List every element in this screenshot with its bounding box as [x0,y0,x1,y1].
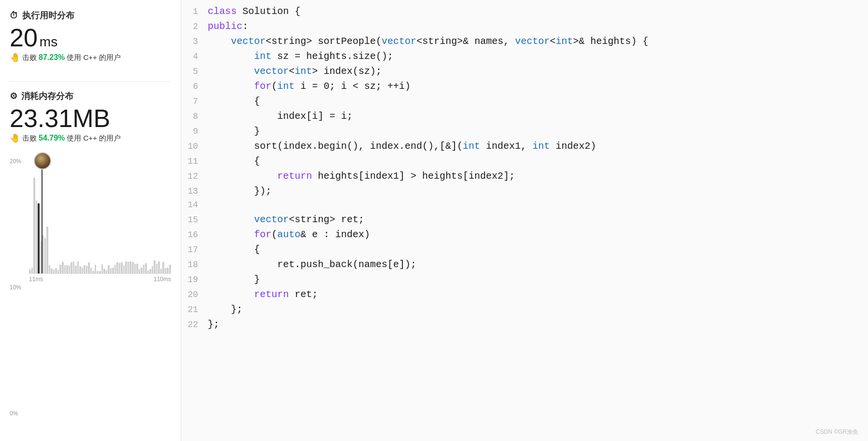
line-content-15: vector<string> ret; [208,212,868,227]
mem-section-title: ⚙ 消耗内存分布 [10,90,171,102]
bar-52 [143,265,145,273]
code-line-18: 18 ret.push_back(names[e]); [181,257,868,272]
code-line-8: 8 index[i] = i; [181,109,868,124]
bar-63 [167,268,169,273]
bars-container [29,158,171,273]
bar-40 [116,262,118,273]
bar-32 [99,271,101,273]
bar-20 [73,261,75,273]
bar-27 [88,262,90,273]
left-panel: ⏱ 执行用时分布 20ms 🤚 击败 87.23% 使用 C++ 的用户 ⚙ 消… [0,0,181,441]
line-number-5: 5 [181,65,208,79]
time-section-title: ⏱ 执行用时分布 [10,10,171,21]
bar-18 [69,266,71,273]
code-line-7: 7 { [181,94,868,109]
bar-56 [152,266,154,273]
bar-45 [128,262,129,273]
line-number-22: 22 [181,318,208,332]
line-number-18: 18 [181,258,208,272]
code-line-6: 6 for(int i = 0; i < sz; ++i) [181,79,868,94]
bar-29 [92,271,94,273]
bar-61 [162,262,164,273]
code-line-15: 15 vector<string> ret; [181,212,868,227]
y-label-10: 10% [10,284,21,291]
bar-42 [121,262,123,273]
bar-2 [33,178,35,273]
bar-8 [46,227,48,273]
line-content-9: } [208,124,868,139]
y-axis-labels: 20% 10% 0% [10,158,21,417]
bar-11 [53,270,55,273]
line-number-2: 2 [181,20,208,34]
bar-64 [169,265,171,273]
mem-value: 23.31MB [10,106,171,131]
bar-1 [31,268,33,273]
line-number-6: 6 [181,80,208,94]
bar-31 [97,271,99,274]
code-line-16: 16 for(auto& e : index) [181,227,868,242]
bar-41 [119,263,121,273]
code-line-14: 14 [181,199,868,212]
code-line-1: 1class Solution { [181,4,868,19]
bar-43 [123,266,125,273]
code-line-11: 11 { [181,154,868,169]
line-content-7: { [208,94,868,109]
code-line-13: 13 }); [181,184,868,199]
line-number-13: 13 [181,185,208,199]
y-label-20: 20% [10,158,21,165]
x-label-110ms: 110ms [154,276,171,283]
line-content-8: index[i] = i; [208,109,868,124]
line-number-3: 3 [181,35,208,49]
code-line-19: 19 } [181,272,868,287]
code-line-10: 10 sort(index.begin(), index.end(),[&](i… [181,139,868,154]
bar-51 [141,268,142,273]
line-content-19: } [208,272,868,287]
line-number-19: 19 [181,273,208,287]
code-line-2: 2public: [181,19,868,34]
bar-53 [145,263,147,273]
bar-21 [75,266,77,273]
line-content-17: { [208,242,868,257]
bar-39 [114,265,116,273]
line-number-10: 10 [181,140,208,154]
code-line-17: 17 { [181,242,868,257]
bar-28 [90,268,92,273]
bar-35 [106,270,108,274]
bar-46 [129,261,131,273]
bar-30 [95,265,97,273]
code-line-22: 22}; [181,317,868,332]
line-number-16: 16 [181,228,208,242]
code-line-4: 4 int sz = heights.size(); [181,49,868,64]
time-value: 20ms [10,25,171,50]
bar-4 [38,203,40,273]
right-panel[interactable]: 1class Solution {2public:3 vector<string… [181,0,868,441]
code-line-3: 3 vector<string> sortPeople(vector<strin… [181,34,868,49]
line-number-15: 15 [181,213,208,227]
bar-62 [165,268,167,273]
line-number-9: 9 [181,125,208,139]
x-label-11ms: 11ms [29,276,43,283]
bar-38 [112,268,114,273]
code-line-5: 5 vector<int> index(sz); [181,64,868,79]
line-number-12: 12 [181,170,208,184]
mem-defeat-line: 🤚 击败 54.79% 使用 C++ 的用户 [10,133,171,143]
line-content-22: }; [208,317,868,332]
line-number-17: 17 [181,243,208,257]
bar-22 [77,261,79,273]
time-defeat-line: 🤚 击败 87.23% 使用 C++ 的用户 [10,52,171,63]
code-line-9: 9 } [181,124,868,139]
line-number-7: 7 [181,95,208,109]
line-content-6: for(int i = 0; i < sz; ++i) [208,79,868,94]
x-axis-labels: 11ms 110ms [29,276,171,283]
line-number-11: 11 [181,155,208,169]
bar-33 [101,264,103,273]
chart-inner [29,158,171,274]
line-content-16: for(auto& e : index) [208,227,868,242]
line-number-4: 4 [181,50,208,64]
bar-49 [136,264,138,274]
bar-13 [57,270,59,273]
line-number-1: 1 [181,5,208,19]
line-content-4: int sz = heights.size(); [208,49,868,64]
bar-16 [64,265,66,273]
code-editor: 1class Solution {2public:3 vector<string… [181,0,868,441]
